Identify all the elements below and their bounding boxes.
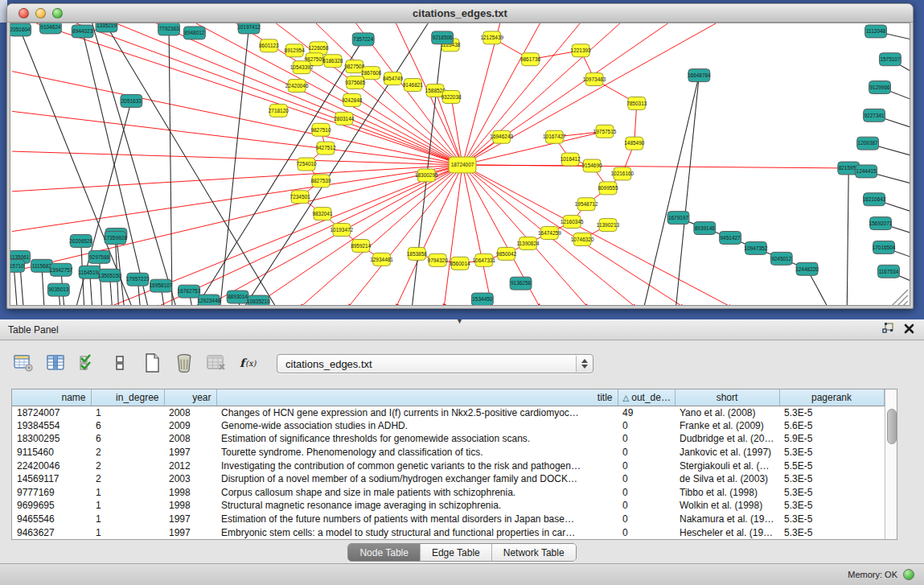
graph-node[interactable]: 12448220 bbox=[795, 262, 819, 275]
graph-node[interactable]: 9104624 bbox=[39, 23, 61, 34]
graph-node[interactable]: 16474259 bbox=[538, 227, 561, 240]
graph-canvas[interactable]: 1872400786011238912954122605898275098186… bbox=[10, 23, 910, 306]
graph-node[interactable]: 2867608 bbox=[361, 67, 382, 80]
graph-node[interactable]: 9827510 bbox=[310, 123, 331, 136]
graph-node[interactable]: 9451427 bbox=[720, 232, 741, 245]
graph-node[interactable]: 12934481 bbox=[370, 253, 393, 266]
graph-node[interactable]: 9035013 bbox=[47, 283, 69, 296]
window-titlebar[interactable]: citations_edges.txt bbox=[7, 4, 913, 23]
table-row[interactable]: 1872400712008Changes of HCN gene express… bbox=[12, 406, 884, 419]
graph-node[interactable]: 8454749 bbox=[383, 72, 404, 85]
graph-node[interactable]: 9218506 bbox=[432, 31, 454, 44]
graph-node[interactable]: 1221393 bbox=[571, 44, 592, 57]
graph-node[interactable]: 2718120 bbox=[269, 104, 290, 117]
graph-node[interactable]: 12923448 bbox=[197, 295, 220, 306]
graph-node[interactable]: 1244415 bbox=[856, 165, 877, 178]
table-row[interactable]: 946362711997Embryonic stem cells: a mode… bbox=[12, 525, 884, 539]
graph-node[interactable]: 18300295 bbox=[415, 169, 438, 182]
graph-node[interactable]: 7792363 bbox=[158, 23, 180, 35]
splitter-handle[interactable]: ▼ bbox=[456, 317, 463, 325]
graph-node[interactable]: 9850042 bbox=[496, 247, 517, 260]
graph-node[interactable]: 16958107 bbox=[150, 279, 173, 292]
graph-node[interactable]: 12125439 bbox=[480, 31, 503, 44]
graph-node[interactable]: 16210643 bbox=[863, 193, 886, 206]
graph-node[interactable]: 9861736 bbox=[520, 53, 541, 66]
graph-node[interactable]: 18724007 bbox=[449, 157, 476, 173]
graph-node[interactable]: 8099555 bbox=[598, 182, 618, 195]
graph-node[interactable]: 15692071 bbox=[869, 217, 893, 230]
graph-node[interactable]: 10543392 bbox=[290, 61, 314, 74]
graph-node[interactable]: 8948012 bbox=[183, 27, 205, 39]
delete-columns-button[interactable] bbox=[172, 352, 196, 376]
graph-node[interactable]: 7234501 bbox=[290, 191, 311, 204]
graph-node[interactable]: 1016412 bbox=[561, 153, 581, 166]
graph-node[interactable]: 20206526 bbox=[69, 235, 92, 248]
column-header-in_degree[interactable]: in_degree bbox=[91, 389, 164, 406]
graph-node[interactable]: 9154690 bbox=[582, 159, 603, 172]
table-row[interactable]: 1830029562008Estimation of significance … bbox=[12, 432, 884, 446]
function-builder-button[interactable]: f(x) bbox=[236, 352, 261, 376]
graph-node[interactable]: 8959214 bbox=[351, 239, 372, 252]
table-scrollbar[interactable] bbox=[885, 389, 897, 539]
table-selector-dropdown[interactable]: citations_edges.txt bbox=[277, 354, 593, 373]
column-header-short[interactable]: short bbox=[675, 389, 779, 406]
table-row[interactable]: 969969511998Structural magnetic resonanc… bbox=[12, 499, 884, 513]
close-panel-icon[interactable] bbox=[904, 323, 914, 334]
graph-node[interactable]: 9375685 bbox=[345, 76, 366, 89]
column-header-name[interactable]: name bbox=[12, 389, 91, 406]
graph-node[interactable]: 2803144 bbox=[334, 112, 355, 125]
select-all-button[interactable] bbox=[76, 352, 100, 376]
graph-node[interactable]: 9832041 bbox=[312, 208, 333, 220]
graph-node[interactable]: 17957223 bbox=[126, 273, 150, 286]
window-resize-grip[interactable] bbox=[892, 290, 908, 306]
graph-node[interactable]: 8827539 bbox=[310, 175, 331, 187]
graph-node[interactable]: 11390213 bbox=[597, 219, 620, 232]
graph-node[interactable]: 9322038 bbox=[441, 91, 462, 104]
graph-node[interactable]: 1167534 bbox=[878, 265, 900, 278]
graph-node[interactable]: 1575107 bbox=[880, 53, 901, 66]
graph-node[interactable]: 10197412 bbox=[237, 23, 261, 34]
table-settings-button[interactable] bbox=[11, 352, 35, 376]
float-panel-icon[interactable] bbox=[882, 323, 894, 334]
tab-node-table[interactable]: Node Table bbox=[348, 544, 420, 561]
graph-node[interactable]: 8944023 bbox=[72, 25, 93, 38]
graph-node[interactable]: 22420046 bbox=[285, 80, 309, 93]
graph-node[interactable]: 10835210 bbox=[247, 295, 270, 306]
graph-node[interactable]: 10167427 bbox=[543, 130, 566, 143]
graph-node[interactable]: 9245012 bbox=[770, 252, 792, 265]
graph-node[interactable]: 19548712 bbox=[575, 198, 598, 211]
graph-node[interactable]: 10216160 bbox=[611, 167, 634, 180]
graph-node[interactable]: 16946243 bbox=[490, 130, 513, 143]
graph-node[interactable]: 7850313 bbox=[626, 97, 647, 109]
graph-node[interactable]: 1209387 bbox=[857, 137, 879, 150]
network-window[interactable]: citations_edges.txt 18724007860112389129… bbox=[6, 3, 914, 309]
graph-node[interactable]: 19757515 bbox=[593, 125, 617, 138]
graph-node[interactable]: 9227341 bbox=[864, 109, 885, 122]
graph-node[interactable]: 10746320 bbox=[571, 233, 594, 246]
graph-node[interactable]: 8939146 bbox=[694, 222, 716, 235]
memory-status-icon[interactable] bbox=[903, 569, 914, 580]
graph-node[interactable]: 8560014 bbox=[450, 257, 470, 270]
graph-node[interactable]: 10193472 bbox=[330, 224, 353, 237]
graph-node[interactable]: 9794320 bbox=[428, 253, 449, 266]
graph-node[interactable]: 1112048 bbox=[865, 25, 887, 38]
table-row[interactable]: 1938455462009Genome-wide association stu… bbox=[12, 419, 884, 433]
graph-node[interactable]: 13942757 bbox=[49, 263, 72, 276]
graph-node[interactable]: 17016504 bbox=[873, 241, 896, 253]
graph-node[interactable]: 9146821 bbox=[403, 79, 424, 92]
graph-node[interactable]: 8186328 bbox=[322, 55, 343, 68]
scrollbar-thumb[interactable] bbox=[887, 409, 897, 444]
show-columns-button[interactable] bbox=[43, 352, 68, 376]
graph-node[interactable]: 10973483 bbox=[583, 73, 606, 86]
graph-node[interactable]: 10647331 bbox=[472, 253, 495, 266]
graph-node[interactable]: 9242848 bbox=[342, 94, 363, 107]
graph-node[interactable]: 9129966 bbox=[869, 81, 891, 94]
table-row[interactable]: 946554611997Estimation of the future num… bbox=[12, 513, 884, 526]
graph-node[interactable]: 13505150 bbox=[98, 269, 121, 282]
table-row[interactable]: 1456911722003Disruption of a novel membe… bbox=[12, 472, 884, 486]
graph-node[interactable]: 12160345 bbox=[561, 216, 584, 229]
graph-node[interactable]: 8912954 bbox=[285, 44, 306, 57]
new-table-button[interactable] bbox=[140, 352, 164, 376]
graph-node[interactable]: 1335219 bbox=[96, 23, 117, 32]
graph-node[interactable]: 1679197 bbox=[667, 212, 689, 225]
